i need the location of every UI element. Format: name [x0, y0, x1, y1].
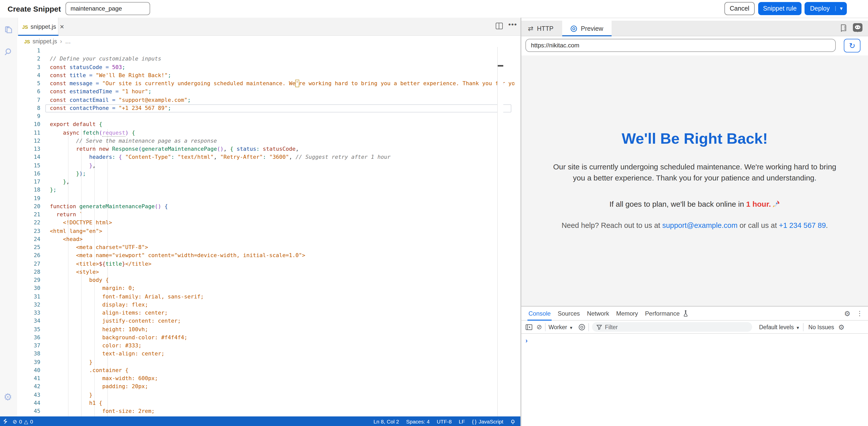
console-prompt-chevron[interactable]: ›: [525, 337, 528, 344]
line-number: 30: [17, 285, 40, 293]
code-line[interactable]: 25 <meta charset="UTF-8">: [17, 244, 514, 252]
code-editor[interactable]: 12// Define your customizable inputs3con…: [17, 47, 514, 417]
docs-book-icon[interactable]: [840, 23, 849, 32]
code-line[interactable]: 39 }: [17, 358, 514, 367]
code-line[interactable]: 13 return new Response(generateMaintenan…: [17, 145, 514, 153]
code-line[interactable]: 32 display: flex;: [17, 301, 514, 309]
breadcrumb-file[interactable]: snippet.js: [32, 38, 57, 45]
devtools-tab-memory[interactable]: Memory: [616, 306, 638, 320]
clear-console-icon[interactable]: ⊘: [536, 323, 542, 331]
tab-preview[interactable]: Preview: [570, 21, 603, 36]
devtools-tab-sources[interactable]: Sources: [558, 306, 580, 320]
code-line[interactable]: 2// Define your customizable inputs: [17, 55, 514, 63]
code-line[interactable]: 3const statusCode = 503;: [17, 63, 514, 72]
encoding[interactable]: UTF-8: [437, 418, 452, 424]
code-line[interactable]: 40 .container {: [17, 367, 514, 375]
console-eye-icon[interactable]: [578, 323, 585, 331]
tab-http[interactable]: ⇄ HTTP: [528, 21, 553, 36]
code-line[interactable]: 5const message = "Our site is currently …: [17, 80, 514, 88]
eol[interactable]: LF: [459, 418, 465, 424]
search-icon[interactable]: [3, 47, 13, 57]
devtools-tab-network[interactable]: Network: [587, 306, 609, 320]
code-line[interactable]: 7const contactEmail = "support@example.c…: [17, 96, 514, 104]
devtools-settings-gear-icon[interactable]: ⚙: [844, 309, 850, 317]
code-line[interactable]: 34 justify-content: center;: [17, 317, 514, 326]
devtools-tab-performance[interactable]: Performance: [645, 306, 680, 320]
code-line[interactable]: 37 color: #333;: [17, 342, 514, 350]
line-number: 12: [17, 137, 40, 145]
line-number: 36: [17, 334, 40, 342]
support-email-link[interactable]: support@example.com: [662, 221, 738, 229]
remote-icon[interactable]: [3, 419, 7, 424]
code-line[interactable]: 29 body {: [17, 276, 514, 285]
code-line[interactable]: 19: [17, 194, 514, 203]
code-line[interactable]: 28 <style>: [17, 268, 514, 277]
code-line[interactable]: 44 h1 {: [17, 399, 514, 407]
problems-indicator[interactable]: ⊘0 △0: [12, 418, 33, 424]
preview-url-input[interactable]: [525, 39, 836, 52]
code-line[interactable]: 6const estimatedTime = "1 hour";: [17, 88, 514, 96]
code-line[interactable]: 20function generateMaintenancePage() {: [17, 203, 514, 211]
split-editor-icon[interactable]: [496, 23, 503, 29]
code-line[interactable]: 12 // Serve the maintenance page as a re…: [17, 137, 514, 145]
code-line[interactable]: 8const contactPhone = "+1 234 567 89";: [17, 104, 514, 113]
code-line[interactable]: 27 <title>${title}</title>: [17, 260, 514, 268]
code-line[interactable]: 16 });: [17, 170, 514, 178]
breadcrumb-more[interactable]: …: [65, 38, 71, 45]
breadcrumb[interactable]: JS snippet.js › …: [17, 36, 514, 47]
code-line[interactable]: 10export default {: [17, 121, 514, 129]
console-filter-input[interactable]: Filter: [592, 322, 752, 332]
snippet-rule-button[interactable]: Snippet rule: [758, 2, 802, 15]
code-line[interactable]: 31 font-family: Arial, sans-serif;: [17, 293, 514, 301]
refresh-button[interactable]: ↻: [844, 39, 861, 52]
code-line[interactable]: 35 height: 100vh;: [17, 325, 514, 334]
files-icon[interactable]: [3, 25, 13, 35]
code-line[interactable]: 15 },: [17, 162, 514, 170]
console-sidebar-toggle-icon[interactable]: [525, 324, 532, 330]
notifications-bell-icon[interactable]: [510, 419, 515, 424]
code-line[interactable]: 22 <!DOCTYPE html>: [17, 219, 514, 227]
code-line[interactable]: 14 headers: { "Content-Type": "text/html…: [17, 153, 514, 162]
settings-gear-icon[interactable]: ⚙: [3, 392, 12, 402]
code-line[interactable]: 41 max-width: 600px;: [17, 375, 514, 383]
experiments-flask-icon[interactable]: [683, 310, 689, 317]
code-line[interactable]: 11 async fetch(request) {: [17, 129, 514, 137]
devtools-kebab-icon[interactable]: ⋮: [857, 310, 863, 317]
devtools-tab-console[interactable]: Console: [528, 306, 551, 320]
code-line[interactable]: 30 margin: 0;: [17, 285, 514, 293]
editor-scrollbar[interactable]: [497, 47, 503, 417]
issues-counter[interactable]: No Issues: [808, 324, 834, 330]
code-line[interactable]: 38 text-align: center;: [17, 350, 514, 359]
code-line[interactable]: 45 font-size: 2rem;: [17, 407, 514, 416]
editor-more-actions-icon[interactable]: •••: [508, 20, 517, 28]
code-line[interactable]: 9: [17, 112, 514, 121]
language-mode[interactable]: { }JavaScript: [472, 418, 503, 424]
code-line[interactable]: 18};: [17, 186, 514, 195]
discord-icon[interactable]: [853, 23, 863, 33]
code-line[interactable]: 36 background-color: #f4f4f4;: [17, 334, 514, 342]
code-line[interactable]: 24 <head>: [17, 235, 514, 244]
code-line[interactable]: 42 padding: 20px;: [17, 383, 514, 391]
phone-link[interactable]: +1 234 567 89: [779, 221, 826, 229]
code-line[interactable]: 43 }: [17, 391, 514, 399]
line-number: 29: [17, 276, 40, 285]
snippet-name-input[interactable]: [65, 2, 150, 15]
tab-snippet-js[interactable]: JS snippet.js ✕: [18, 18, 58, 36]
console-settings-gear-icon[interactable]: ⚙: [838, 323, 844, 331]
log-levels-select[interactable]: Default levels▼: [759, 324, 800, 330]
code-line[interactable]: 4const title = "We'll Be Right Back!";: [17, 72, 514, 80]
code-line[interactable]: 33 align-items: center;: [17, 309, 514, 317]
code-line[interactable]: 26 <meta name="viewport" content="width=…: [17, 252, 514, 260]
code-line[interactable]: 1: [17, 47, 514, 55]
code-line[interactable]: 21 return `: [17, 211, 514, 219]
close-tab-icon[interactable]: ✕: [60, 24, 64, 30]
code-line[interactable]: 23<html lang="en">: [17, 227, 514, 235]
deploy-dropdown-caret[interactable]: ▼: [835, 6, 847, 11]
deploy-button[interactable]: Deploy: [805, 5, 835, 12]
console-context-select[interactable]: Worker▼: [549, 324, 573, 330]
deploy-split-button[interactable]: Deploy ▼: [805, 2, 847, 15]
indentation[interactable]: Spaces: 4: [406, 418, 430, 424]
code-line[interactable]: 17 },: [17, 178, 514, 186]
cursor-position[interactable]: Ln 8, Col 2: [374, 418, 399, 424]
cancel-button[interactable]: Cancel: [724, 2, 755, 15]
